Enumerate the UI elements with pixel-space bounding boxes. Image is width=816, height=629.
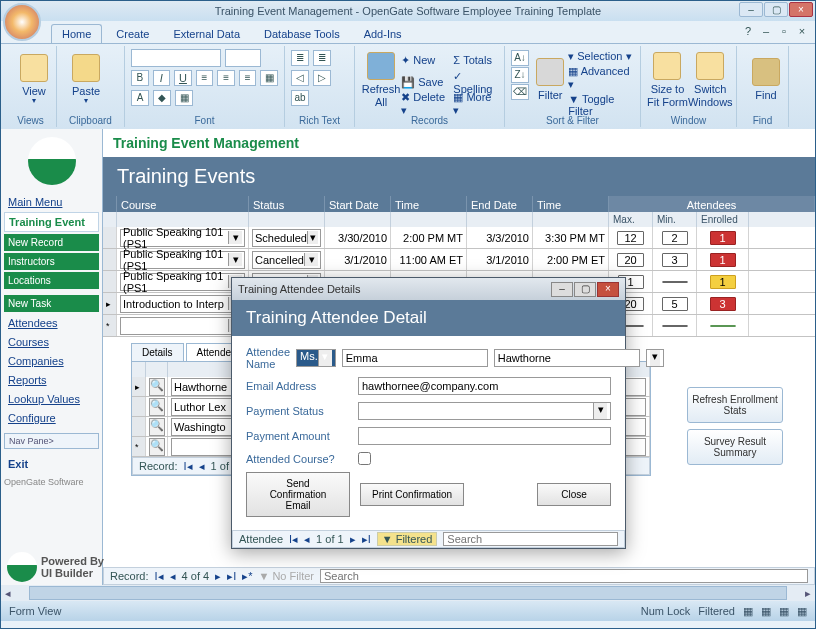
filter-button[interactable]: Filter [532, 48, 568, 112]
gridlines-icon[interactable]: ▦ [260, 70, 278, 86]
view-design-icon[interactable]: ▦ [797, 605, 807, 618]
sub-prev-button[interactable]: ◂ [199, 460, 205, 473]
close-doc-icon[interactable]: × [795, 25, 809, 37]
sub-first-button[interactable]: I◂ [184, 460, 193, 473]
start-time-cell[interactable]: 2:00 PM MT [391, 227, 467, 248]
main-search-input[interactable] [320, 569, 808, 583]
view-datasheet-icon[interactable]: ▦ [761, 605, 771, 618]
col-status[interactable]: Status [249, 196, 325, 212]
col-start-time[interactable]: Time [391, 196, 467, 212]
view-button[interactable]: View▾ [11, 48, 57, 112]
border-icon[interactable]: ▦ [175, 90, 193, 106]
status-cell[interactable]: Cancelled▾ [252, 251, 321, 269]
course-cell[interactable]: ▾ [120, 317, 245, 335]
view-layout-icon[interactable]: ▦ [779, 605, 789, 618]
prefix-select[interactable]: Ms.▾ [296, 349, 336, 367]
more-button[interactable]: ▦ More ▾ [453, 91, 498, 117]
bold-button[interactable]: B [131, 70, 149, 86]
size-to-fit-button[interactable]: Size to Fit Form [647, 48, 688, 112]
switch-windows-button[interactable]: Switch Windows [688, 48, 733, 112]
end-date-cell[interactable]: 3/1/2010 [467, 249, 533, 270]
nav-new-task[interactable]: New Task [4, 295, 99, 312]
underline-button[interactable]: U [174, 70, 192, 86]
nav-configure[interactable]: Configure [4, 409, 99, 427]
sub-row-selector[interactable]: ▸ [132, 377, 146, 396]
sort-asc-icon[interactable]: A↓ [511, 50, 529, 66]
tab-home[interactable]: Home [51, 24, 102, 43]
save-button[interactable]: 💾 Save [401, 76, 443, 89]
numbering-icon[interactable]: ≣ [313, 50, 331, 66]
payment-amount-input[interactable] [358, 427, 611, 445]
tab-external-data[interactable]: External Data [163, 25, 250, 43]
main-next-button[interactable]: ▸ [215, 570, 221, 583]
first-name-input[interactable] [342, 349, 488, 367]
lookup-icon[interactable]: 🔍 [149, 418, 165, 436]
nav-training-event[interactable]: Training Event [4, 212, 99, 232]
nav-attendees[interactable]: Attendees [4, 314, 99, 332]
last-name-input[interactable] [494, 349, 640, 367]
totals-button[interactable]: Σ Totals [453, 54, 492, 66]
minimize-button[interactable]: – [739, 2, 763, 17]
start-time-cell[interactable]: 11:00 AM ET [391, 249, 467, 270]
nav-new-record[interactable]: New Record [4, 234, 99, 251]
bullets-icon[interactable]: ≣ [291, 50, 309, 66]
status-cell[interactable]: Scheduled▾ [252, 229, 321, 247]
row-selector[interactable]: * [103, 315, 117, 336]
sort-desc-icon[interactable]: Z↓ [511, 67, 529, 83]
indent-left-icon[interactable]: ◁ [291, 70, 309, 86]
survey-result-button[interactable]: Survey Result Summary [687, 429, 783, 465]
nav-companies[interactable]: Companies [4, 352, 99, 370]
col-min[interactable]: Min. [653, 212, 697, 227]
dlg-first-button[interactable]: I◂ [289, 533, 298, 546]
advanced-button[interactable]: ▦ Advanced ▾ [568, 65, 634, 91]
new-record-button[interactable]: ✦ New [401, 54, 435, 67]
grid-row[interactable]: Public Speaking 101 (PS1▾ Cancelled▾ 3/1… [103, 249, 815, 271]
dlg-next-button[interactable]: ▸ [350, 533, 356, 546]
align-right-icon[interactable]: ≡ [239, 70, 257, 86]
lookup-icon[interactable]: 🔍 [149, 438, 165, 456]
grid-row[interactable]: Public Speaking 101 (PS1▾ Scheduled▾ 3/3… [103, 227, 815, 249]
course-cell[interactable]: Public Speaking 101 (PS1▾ [120, 229, 245, 247]
start-date-cell[interactable]: 3/1/2010 [325, 249, 391, 270]
col-course[interactable]: Course [117, 196, 249, 212]
nav-pane-toggle[interactable]: Nav Pane> [4, 433, 99, 449]
horizontal-scrollbar[interactable]: ◂ ▸ [1, 585, 815, 601]
tab-add-ins[interactable]: Add-Ins [354, 25, 412, 43]
tab-create[interactable]: Create [106, 25, 159, 43]
delete-button[interactable]: ✖ Delete ▾ [401, 91, 447, 117]
office-orb-button[interactable] [3, 3, 41, 41]
font-size-combo[interactable] [225, 49, 261, 67]
minimize-ribbon-icon[interactable]: – [759, 25, 773, 37]
sub-row-selector[interactable] [132, 417, 146, 436]
nav-exit[interactable]: Exit [4, 455, 99, 473]
selection-button[interactable]: ▾ Selection ▾ [568, 50, 634, 63]
highlight-icon[interactable]: ab [291, 90, 309, 106]
dlg-last-button[interactable]: ▸I [362, 533, 371, 546]
clear-sort-icon[interactable]: ⌫ [511, 84, 529, 100]
paste-button[interactable]: Paste▾ [63, 48, 109, 112]
course-cell[interactable]: Public Speaking 101 (PS1▾ [120, 251, 245, 269]
row-selector[interactable]: ▸ [103, 293, 117, 314]
fill-color-icon[interactable]: ◆ [153, 90, 171, 106]
col-enrolled[interactable]: Enrolled [697, 212, 749, 227]
print-confirmation-button[interactable]: Print Confirmation [360, 483, 464, 506]
sub-row-selector[interactable]: * [132, 437, 146, 456]
font-color-icon[interactable]: A [131, 90, 149, 106]
dlg-search-input[interactable] [443, 532, 618, 546]
col-start-date[interactable]: Start Date [325, 196, 391, 212]
send-confirmation-button[interactable]: Send Confirmation Email [246, 472, 350, 517]
main-prev-button[interactable]: ◂ [170, 570, 176, 583]
lookup-icon[interactable]: 🔍 [149, 398, 165, 416]
scroll-right-icon[interactable]: ▸ [801, 587, 815, 600]
start-date-cell[interactable]: 3/30/2010 [325, 227, 391, 248]
nav-main-menu[interactable]: Main Menu [4, 193, 99, 211]
course-cell[interactable]: Public Speaking 101 (PS1▾ [120, 273, 245, 291]
nav-courses[interactable]: Courses [4, 333, 99, 351]
main-new-button[interactable]: ▸* [242, 570, 252, 583]
scroll-left-icon[interactable]: ◂ [1, 587, 15, 600]
sub-row-selector[interactable] [132, 397, 146, 416]
col-end-date[interactable]: End Date [467, 196, 533, 212]
end-time-cell[interactable]: 3:30 PM MT [533, 227, 609, 248]
end-time-cell[interactable]: 2:00 PM ET [533, 249, 609, 270]
maximize-button[interactable]: ▢ [764, 2, 788, 17]
